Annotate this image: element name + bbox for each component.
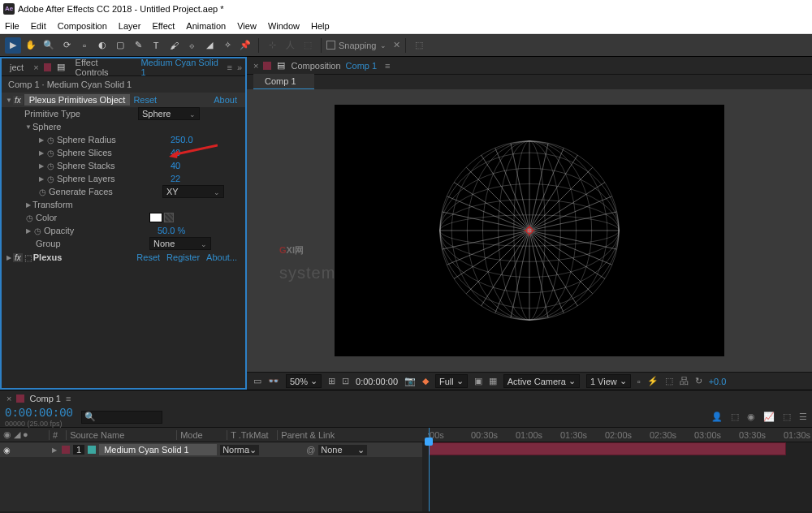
about-link[interactable]: About: [214, 95, 242, 105]
group-dropdown[interactable]: None: [149, 237, 211, 250]
roi-icon[interactable]: ▣: [474, 376, 482, 386]
effect-name[interactable]: Plexus Primitives Object: [24, 94, 131, 106]
camera-tool-icon[interactable]: ▫: [76, 37, 93, 54]
twirl-icon[interactable]: [5, 97, 13, 104]
snapping-control[interactable]: Snapping ⌄ ✕: [326, 40, 400, 50]
fill-stroke-icon[interactable]: ⬚: [411, 37, 427, 54]
guides-icon[interactable]: ⊡: [342, 376, 349, 386]
stopwatch-icon[interactable]: [37, 187, 47, 196]
reset-exposure-icon[interactable]: ↻: [695, 376, 702, 386]
color-swatch[interactable]: [149, 213, 162, 222]
register-link[interactable]: Register: [166, 252, 200, 262]
reset-link[interactable]: Reset: [136, 252, 160, 262]
hand-tool-icon[interactable]: ✋: [23, 37, 39, 54]
flowchart-icon[interactable]: 品: [680, 375, 689, 387]
timecode[interactable]: 0:00:00:00: [5, 407, 73, 420]
type-tool-icon[interactable]: T: [148, 37, 164, 54]
timeline-layer-row[interactable]: 1 Medium Cyan Solid 1 Norma⌄ @ None⌄: [0, 442, 422, 457]
draft3d-icon[interactable]: ⬚: [783, 412, 791, 422]
layer-color-swatch[interactable]: [62, 446, 70, 454]
menu-help[interactable]: Help: [311, 21, 330, 31]
exposure-value[interactable]: +0.0: [709, 377, 727, 386]
col-trkmat[interactable]: T .TrkMat: [227, 430, 272, 440]
twirl-icon[interactable]: [5, 254, 13, 261]
panel-menu-icon[interactable]: ≡: [385, 61, 390, 71]
menu-animation[interactable]: Animation: [186, 21, 226, 31]
menu-file[interactable]: File: [5, 21, 19, 31]
shape-tool-icon[interactable]: ▢: [112, 37, 128, 54]
views-dropdown[interactable]: 1 View⌄: [586, 374, 631, 388]
twirl-icon[interactable]: [37, 175, 45, 183]
eraser-tool-icon[interactable]: ◢: [201, 37, 218, 54]
value-sphere-stacks[interactable]: 40: [171, 161, 180, 170]
world-axis-icon[interactable]: 人: [282, 37, 298, 54]
col-eye-icon[interactable]: ◉ ◢ ●: [3, 429, 44, 440]
stopwatch-icon[interactable]: [45, 161, 55, 170]
pickwhip-icon[interactable]: @: [306, 445, 315, 455]
selection-tool-icon[interactable]: ▶: [5, 37, 21, 54]
stopwatch-icon[interactable]: [24, 213, 34, 222]
parent-dropdown[interactable]: None⌄: [318, 445, 367, 455]
goggles-icon[interactable]: 👓: [268, 376, 279, 386]
value-sphere-layers[interactable]: 22: [171, 174, 180, 183]
overflow-icon[interactable]: »: [237, 63, 242, 72]
switches-icon[interactable]: ☰: [799, 412, 807, 422]
eyedropper-icon[interactable]: [164, 213, 174, 222]
close-icon[interactable]: ×: [6, 394, 11, 403]
fast-preview-icon[interactable]: ⚡: [647, 376, 659, 386]
transparency-icon[interactable]: ▦: [489, 376, 497, 386]
panbehind-tool-icon[interactable]: ◐: [94, 37, 110, 54]
menu-effect[interactable]: Effect: [152, 21, 175, 31]
comp-canvas[interactable]: [335, 105, 724, 356]
flowchart-icon[interactable]: ▤: [56, 63, 65, 72]
col-num[interactable]: #: [49, 430, 61, 440]
comp-tab[interactable]: Comp 1: [253, 74, 314, 89]
stopwatch-icon[interactable]: [45, 174, 55, 183]
blend-mode-dropdown[interactable]: Norma⌄: [220, 445, 259, 455]
stopwatch-icon[interactable]: [45, 135, 55, 144]
fx-badge-icon[interactable]: fx: [13, 96, 23, 105]
magnify-icon[interactable]: ▭: [253, 376, 261, 386]
channel-icon[interactable]: ◆: [422, 376, 429, 386]
twirl-icon[interactable]: [37, 162, 45, 170]
col-parent[interactable]: Parent & Link: [277, 430, 338, 440]
value-sphere-radius[interactable]: 250.0: [171, 135, 193, 144]
menu-edit[interactable]: Edit: [31, 21, 46, 31]
fx-badge-icon[interactable]: fx: [13, 253, 23, 262]
flowchart-icon[interactable]: ▤: [276, 61, 286, 71]
primitive-type-dropdown[interactable]: Sphere: [138, 107, 200, 120]
playhead-indicator-icon[interactable]: [425, 438, 433, 446]
tab-project[interactable]: ject: [5, 61, 28, 74]
generate-faces-dropdown[interactable]: XY: [162, 185, 224, 198]
menu-view[interactable]: View: [237, 21, 257, 31]
value-sphere-slices[interactable]: 40: [171, 148, 180, 157]
stopwatch-icon[interactable]: [32, 226, 42, 235]
orbit-tool-icon[interactable]: ⟳: [58, 37, 75, 54]
graph-editor-icon[interactable]: 📈: [763, 412, 775, 422]
local-axis-icon[interactable]: ⊹: [264, 37, 280, 54]
menu-window[interactable]: Window: [268, 21, 300, 31]
motion-blur-icon[interactable]: ◉: [747, 412, 755, 422]
close-icon[interactable]: ×: [33, 63, 38, 72]
visibility-icon[interactable]: [3, 445, 15, 455]
stopwatch-icon[interactable]: [45, 148, 55, 157]
frame-blend-icon[interactable]: ⬚: [731, 412, 739, 422]
camera-dropdown[interactable]: Active Camera⌄: [503, 374, 580, 388]
reset-link[interactable]: Reset: [133, 95, 157, 105]
brush-tool-icon[interactable]: 🖌: [166, 37, 182, 54]
layer-name[interactable]: Medium Cyan Solid 1: [99, 444, 217, 455]
zoom-tool-icon[interactable]: 🔍: [41, 37, 57, 54]
zoom-dropdown[interactable]: 50%⌄: [286, 374, 322, 388]
comp-link[interactable]: Comp 1: [346, 61, 378, 71]
panel-menu-icon[interactable]: ≡: [227, 63, 231, 72]
shy-icon[interactable]: 👤: [711, 412, 723, 422]
group-sphere[interactable]: Sphere: [2, 120, 245, 133]
timeline-icon[interactable]: ⬚: [665, 376, 673, 386]
menu-layer[interactable]: Layer: [119, 21, 141, 31]
timeline-comp-tab[interactable]: Comp 1: [29, 394, 61, 403]
composition-viewer[interactable]: GXI网 system.com: [247, 89, 812, 372]
layer-duration-bar[interactable]: [429, 442, 786, 455]
pixel-aspect-icon[interactable]: ▫: [637, 377, 641, 386]
twirl-icon[interactable]: [37, 149, 45, 157]
twirl-icon[interactable]: [24, 123, 32, 131]
